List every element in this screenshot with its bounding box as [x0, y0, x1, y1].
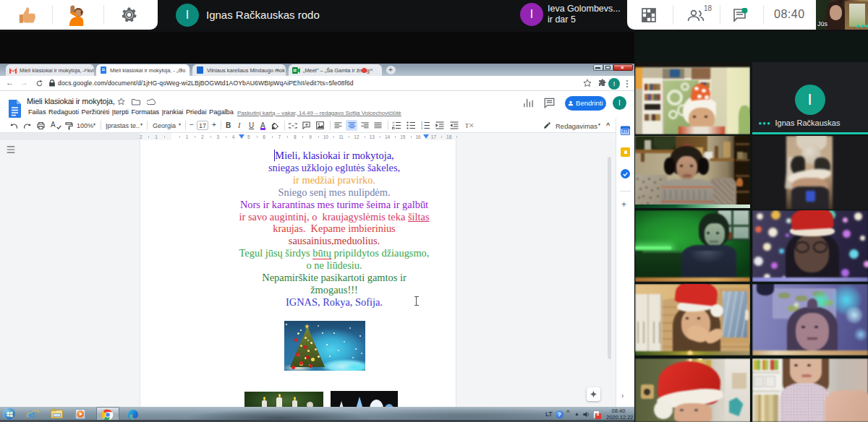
svg-text:31: 31 — [623, 129, 628, 134]
svg-text:3: 3 — [421, 126, 423, 129]
svg-text:T: T — [465, 123, 469, 129]
